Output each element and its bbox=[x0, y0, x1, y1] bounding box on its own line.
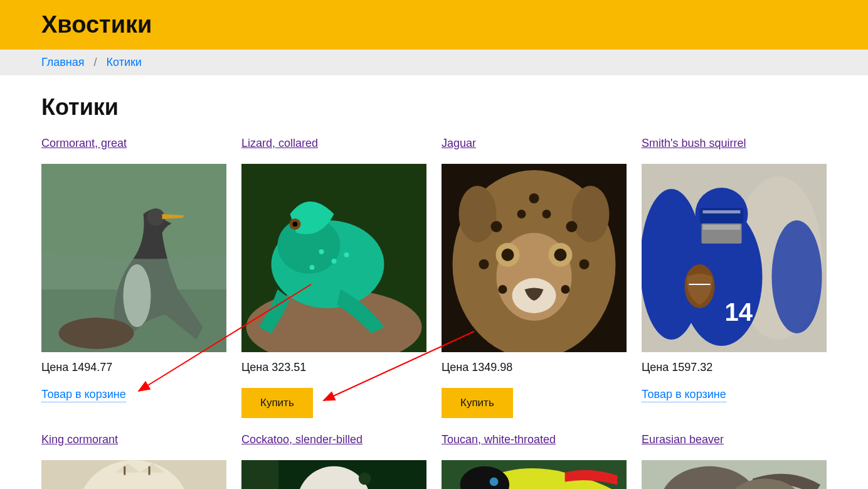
svg-point-14 bbox=[344, 252, 349, 257]
product-image[interactable] bbox=[642, 460, 827, 489]
product-name-link[interactable]: Jaguar bbox=[442, 137, 627, 150]
product-name-link[interactable]: Lizard, collared bbox=[241, 137, 426, 150]
product-image[interactable] bbox=[41, 164, 226, 352]
breadcrumb-bar: Главная / Котики bbox=[0, 50, 868, 75]
product-price: Цена 1597.32 bbox=[642, 361, 827, 374]
svg-point-3 bbox=[147, 208, 165, 226]
svg-point-28 bbox=[542, 210, 551, 218]
product-grid: Cormorant, great Цена 1494.77 Товар в ко bbox=[41, 137, 827, 489]
svg-rect-39 bbox=[700, 208, 744, 223]
product-image[interactable] bbox=[241, 164, 426, 352]
in-cart-link[interactable]: Товар в корзине bbox=[642, 388, 726, 402]
product-card: Cormorant, great Цена 1494.77 Товар в ко bbox=[41, 137, 226, 418]
svg-rect-42 bbox=[703, 225, 741, 230]
buy-button[interactable]: Купить bbox=[241, 388, 313, 418]
svg-point-12 bbox=[332, 259, 337, 264]
svg-point-4 bbox=[59, 318, 134, 349]
svg-point-24 bbox=[572, 186, 610, 242]
svg-point-26 bbox=[566, 221, 578, 232]
product-name-link[interactable]: Cormorant, great bbox=[41, 137, 226, 150]
breadcrumb-separator: / bbox=[94, 56, 97, 68]
site-title: Хвостики bbox=[41, 11, 827, 38]
svg-point-30 bbox=[580, 259, 590, 269]
product-card: Cockatoo, slender-billed bbox=[241, 433, 426, 489]
svg-point-27 bbox=[517, 210, 526, 218]
svg-point-29 bbox=[479, 259, 489, 269]
svg-point-57 bbox=[490, 478, 499, 486]
product-name-link[interactable]: Toucan, white-throated bbox=[442, 433, 627, 446]
svg-rect-53 bbox=[241, 460, 278, 489]
product-image[interactable] bbox=[41, 460, 226, 489]
breadcrumb-current-link[interactable]: Котики bbox=[107, 56, 142, 68]
svg-point-20 bbox=[502, 249, 514, 261]
product-card: Smith's bush squirrel bbox=[642, 137, 827, 418]
page-title: Котики bbox=[41, 94, 827, 121]
product-image[interactable]: 14 bbox=[642, 164, 827, 352]
product-price: Цена 1349.98 bbox=[442, 361, 627, 374]
svg-point-22 bbox=[554, 249, 567, 261]
product-card: King cormorant bbox=[41, 433, 226, 489]
svg-rect-40 bbox=[703, 210, 741, 213]
product-image[interactable] bbox=[442, 460, 627, 489]
breadcrumb: Главная / Котики bbox=[41, 56, 827, 69]
product-name-link[interactable]: Smith's bush squirrel bbox=[642, 137, 827, 150]
product-card: Toucan, white-throated bbox=[442, 433, 627, 489]
header-bar: Хвостики bbox=[0, 0, 868, 50]
product-price: Цена 1494.77 bbox=[41, 361, 226, 374]
svg-point-11 bbox=[319, 249, 324, 254]
svg-point-13 bbox=[310, 265, 315, 270]
breadcrumb-home-link[interactable]: Главная bbox=[41, 56, 85, 68]
buy-button[interactable]: Купить bbox=[442, 388, 513, 418]
product-image[interactable] bbox=[442, 164, 627, 352]
svg-point-46 bbox=[772, 220, 822, 333]
product-name-link[interactable]: King cormorant bbox=[41, 433, 226, 446]
svg-point-10 bbox=[293, 222, 298, 227]
svg-point-32 bbox=[561, 285, 570, 294]
product-image[interactable] bbox=[241, 460, 426, 489]
product-card: Jaguar Цена 1349.98 bbox=[442, 137, 627, 418]
product-name-link[interactable]: Eurasian beaver bbox=[642, 433, 827, 446]
product-price: Цена 323.51 bbox=[241, 361, 426, 374]
product-card: Eurasian beaver bbox=[642, 433, 827, 489]
svg-point-54 bbox=[359, 473, 371, 485]
svg-point-23 bbox=[459, 186, 497, 242]
product-card: Lizard, collared Цена bbox=[241, 137, 426, 418]
in-cart-link[interactable]: Товар в корзине bbox=[41, 388, 126, 402]
svg-point-31 bbox=[499, 285, 507, 294]
svg-text:14: 14 bbox=[725, 298, 753, 326]
svg-point-25 bbox=[491, 221, 502, 232]
svg-point-33 bbox=[529, 193, 539, 203]
product-name-link[interactable]: Cockatoo, slender-billed bbox=[241, 433, 426, 446]
